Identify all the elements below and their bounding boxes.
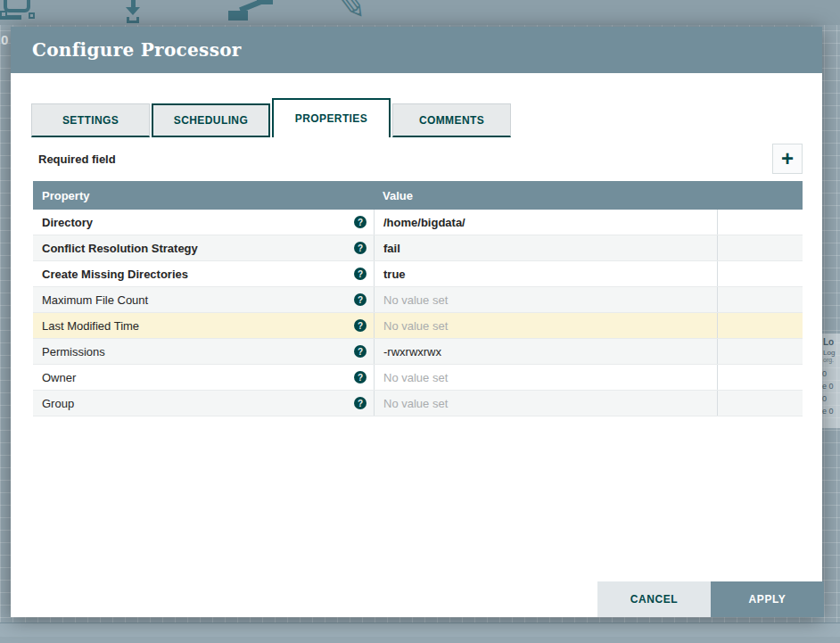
tab-label: SCHEDULING bbox=[174, 114, 248, 127]
input-port-icon-arrow bbox=[126, 7, 140, 15]
input-port-icon[interactable] bbox=[131, 0, 136, 7]
property-row: Directory ? /home/bigdata/ bbox=[33, 210, 803, 235]
property-value-cell[interactable]: true bbox=[374, 261, 717, 286]
required-field-label: Required field bbox=[38, 153, 116, 166]
property-value-cell[interactable]: /home/bigdata/ bbox=[374, 210, 717, 235]
property-name-cell: Permissions ? bbox=[33, 339, 374, 364]
dialog-header: Configure Processor bbox=[11, 27, 822, 73]
apply-button[interactable]: APPLY bbox=[711, 581, 824, 617]
property-name-cell: Owner ? bbox=[33, 365, 374, 390]
property-value-cell[interactable]: No value set bbox=[374, 365, 717, 390]
label-pencil-icon[interactable]: ✎ bbox=[334, 0, 369, 25]
property-extra-cell bbox=[717, 313, 803, 338]
property-extra-cell bbox=[717, 210, 803, 235]
processor-icon-node bbox=[0, 11, 7, 18]
property-name-cell: Group ? bbox=[33, 391, 374, 416]
property-row: Conflict Resolution Strategy ? fail bbox=[33, 235, 803, 261]
help-icon[interactable]: ? bbox=[354, 293, 366, 306]
processor-icon-node bbox=[29, 12, 35, 19]
properties-table-body: Directory ? /home/bigdata/ Conflict Reso… bbox=[33, 210, 803, 416]
add-property-button[interactable]: + bbox=[772, 144, 803, 174]
property-name: Last Modified Time bbox=[42, 319, 139, 333]
properties-table: Property Value Directory ? /home/bigdata… bbox=[33, 181, 803, 416]
property-value: No value set bbox=[383, 371, 448, 384]
help-icon[interactable]: ? bbox=[354, 242, 366, 254]
property-name: Maximum File Count bbox=[42, 293, 148, 307]
property-row: Maximum File Count ? No value set bbox=[33, 287, 803, 313]
processor-name-fragment: Lo bbox=[823, 337, 834, 347]
property-value: No value set bbox=[383, 293, 448, 307]
property-name-cell: Directory ? bbox=[33, 210, 374, 235]
property-name-cell: Conflict Resolution Strategy ? bbox=[33, 235, 374, 260]
property-extra-cell bbox=[717, 287, 803, 312]
property-value-cell[interactable]: No value set bbox=[374, 287, 717, 312]
properties-table-header: Property Value bbox=[33, 181, 803, 210]
property-name: Group bbox=[42, 397, 74, 410]
property-extra-cell bbox=[717, 261, 803, 286]
property-row: Create Missing Directories ? true bbox=[33, 261, 803, 287]
column-header-value: Value bbox=[374, 189, 717, 202]
property-extra-cell bbox=[717, 235, 803, 260]
processor-stat: e 0 bbox=[822, 407, 834, 416]
property-row: Owner ? No value set bbox=[33, 365, 803, 391]
cancel-button[interactable]: CANCEL bbox=[597, 581, 711, 617]
property-name-cell: Create Missing Directories ? bbox=[33, 261, 374, 286]
property-row: Group ? No value set bbox=[33, 391, 803, 416]
tab-settings[interactable]: SETTINGS bbox=[31, 103, 150, 137]
property-value-cell[interactable]: No value set bbox=[374, 391, 717, 416]
property-name: Conflict Resolution Strategy bbox=[42, 242, 198, 255]
help-icon[interactable]: ? bbox=[354, 216, 366, 228]
property-name: Directory bbox=[42, 216, 93, 229]
help-icon[interactable]: ? bbox=[354, 397, 366, 409]
processor-type-fragment: Log bbox=[823, 349, 835, 357]
help-icon[interactable]: ? bbox=[354, 345, 366, 358]
property-value: true bbox=[383, 268, 406, 281]
property-extra-cell bbox=[717, 339, 803, 364]
property-value: No value set bbox=[383, 397, 448, 410]
help-icon[interactable]: ? bbox=[354, 268, 366, 280]
status-count-fragment: 0 bbox=[1, 32, 8, 47]
process-group-icon-node bbox=[257, 0, 273, 4]
configure-processor-dialog: Configure Processor SETTINGSSCHEDULINGPR… bbox=[11, 27, 822, 617]
processor-stat: 0 bbox=[822, 394, 827, 403]
canvas-bottom-bar bbox=[0, 623, 840, 643]
property-row: Permissions ? -rwxrwxrwx bbox=[33, 339, 803, 365]
processor-stat: 0 bbox=[822, 369, 827, 378]
property-value-cell[interactable]: No value set bbox=[374, 313, 717, 338]
property-name: Create Missing Directories bbox=[42, 268, 188, 281]
help-icon[interactable]: ? bbox=[354, 371, 366, 383]
processor-node-fragment: Lo Log org. 0 e 0 0 e 0 bbox=[820, 334, 840, 428]
property-name: Permissions bbox=[42, 345, 105, 359]
property-value: fail bbox=[383, 242, 400, 255]
processor-stat: e 0 bbox=[822, 382, 834, 391]
column-header-property: Property bbox=[33, 189, 374, 202]
property-name: Owner bbox=[42, 371, 76, 384]
processor-package-fragment: org. bbox=[823, 357, 834, 363]
component-toolbar: ✎ bbox=[0, 0, 840, 25]
dialog-tabs: SETTINGSSCHEDULINGPROPERTIESCOMMENTS bbox=[31, 98, 511, 137]
tab-label: SETTINGS bbox=[62, 114, 119, 127]
input-port-icon-base bbox=[127, 17, 139, 23]
property-value: /home/bigdata/ bbox=[383, 216, 465, 229]
property-extra-cell bbox=[717, 391, 803, 416]
tab-properties[interactable]: PROPERTIES bbox=[272, 98, 391, 137]
tab-comments[interactable]: COMMENTS bbox=[392, 103, 511, 137]
property-row: Last Modified Time ? No value set bbox=[33, 313, 803, 339]
property-value-cell[interactable]: -rwxrwxrwx bbox=[374, 339, 717, 364]
property-value: No value set bbox=[383, 319, 448, 333]
property-value-cell[interactable]: fail bbox=[374, 235, 717, 260]
property-extra-cell bbox=[717, 365, 803, 390]
help-icon[interactable]: ? bbox=[354, 319, 366, 332]
dialog-title: Configure Processor bbox=[32, 27, 242, 73]
tab-label: PROPERTIES bbox=[295, 112, 367, 125]
process-group-icon[interactable] bbox=[228, 11, 248, 21]
tab-label: COMMENTS bbox=[419, 114, 484, 127]
property-name-cell: Last Modified Time ? bbox=[33, 313, 374, 338]
property-value: -rwxrwxrwx bbox=[383, 345, 441, 359]
tab-scheduling[interactable]: SCHEDULING bbox=[152, 103, 270, 137]
processor-icon[interactable] bbox=[4, 0, 30, 12]
property-name-cell: Maximum File Count ? bbox=[33, 287, 374, 312]
